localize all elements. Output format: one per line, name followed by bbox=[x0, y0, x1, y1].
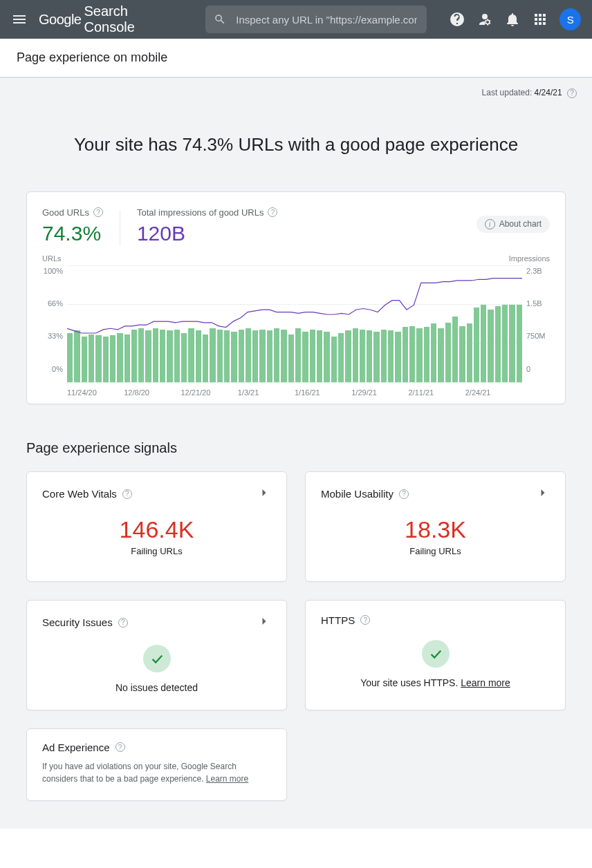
brand: Google Search Console bbox=[39, 3, 176, 35]
signal-ad-experience: Ad Experience? If you have ad violations… bbox=[26, 728, 287, 801]
help-icon[interactable]: ? bbox=[122, 489, 132, 499]
signal-mobile-usability[interactable]: Mobile Usability? 18.3K Failing URLs bbox=[305, 471, 566, 582]
chevron-right-icon bbox=[257, 614, 271, 631]
signal-core-web-vitals[interactable]: Core Web Vitals? 146.4K Failing URLs bbox=[26, 471, 287, 582]
info-icon: i bbox=[485, 219, 495, 229]
page-body: Last updated: 4/24/21 ? Your site has 74… bbox=[0, 77, 592, 829]
signal-security-issues[interactable]: Security Issues? No issues detected bbox=[26, 600, 287, 710]
chart-card: Good URLs? 74.3% Total impressions of go… bbox=[26, 191, 566, 404]
page-title: Page experience on mobile bbox=[17, 50, 167, 65]
signals-title: Page experience signals bbox=[26, 440, 566, 456]
help-icon[interactable]: ? bbox=[115, 742, 125, 752]
search-input[interactable] bbox=[234, 13, 418, 26]
y-axis-right: 2.3B1.5B750M0 bbox=[522, 265, 550, 383]
chevron-right-icon bbox=[536, 486, 550, 502]
last-updated: Last updated: 4/24/21 ? bbox=[0, 78, 592, 105]
help-icon[interactable]: ? bbox=[399, 489, 409, 499]
signal-https: HTTPS? Your site uses HTTPS. Learn more bbox=[305, 600, 566, 710]
hero-headline: Your site has 74.3% URLs with a good pag… bbox=[26, 105, 566, 191]
ad-experience-text: If you have ad violations on your site, … bbox=[42, 760, 271, 785]
security-status: No issues detected bbox=[115, 682, 198, 693]
help-icon[interactable] bbox=[449, 11, 465, 28]
brand-google: Google bbox=[39, 12, 82, 28]
apps-icon[interactable] bbox=[532, 11, 548, 28]
notifications-icon[interactable] bbox=[504, 11, 521, 28]
metric-good-urls: Good URLs? 74.3% bbox=[42, 207, 103, 245]
search-box[interactable] bbox=[205, 6, 427, 33]
help-icon[interactable]: ? bbox=[360, 615, 370, 625]
metric-impressions: Total impressions of good URLs? 120B bbox=[137, 207, 278, 245]
plot-area bbox=[67, 265, 522, 383]
help-icon[interactable]: ? bbox=[93, 207, 103, 217]
chevron-right-icon bbox=[257, 486, 271, 502]
check-icon bbox=[143, 645, 171, 672]
y-axis-left-title: URLs bbox=[42, 254, 62, 263]
about-chart-button[interactable]: i About chart bbox=[477, 216, 550, 233]
help-icon[interactable]: ? bbox=[118, 618, 128, 628]
help-icon[interactable]: ? bbox=[567, 88, 577, 98]
https-status: Your site uses HTTPS. Learn more bbox=[360, 677, 510, 688]
y-axis-right-title: Impressions bbox=[509, 254, 550, 263]
avatar[interactable]: S bbox=[559, 8, 581, 30]
page-title-bar: Page experience on mobile bbox=[0, 39, 592, 77]
mobile-value: 18.3K bbox=[405, 516, 466, 543]
menu-icon[interactable] bbox=[11, 11, 28, 28]
brand-product: Search Console bbox=[84, 3, 177, 35]
x-axis: 11/24/2012/8/2012/21/201/3/211/16/211/29… bbox=[67, 383, 522, 397]
topbar: Google Search Console S bbox=[0, 0, 592, 39]
ad-learn-more-link[interactable]: Learn more bbox=[206, 774, 248, 784]
cwv-value: 146.4K bbox=[120, 516, 194, 543]
check-icon bbox=[422, 640, 450, 668]
user-settings-icon[interactable] bbox=[477, 11, 493, 28]
help-icon[interactable]: ? bbox=[268, 207, 277, 217]
https-learn-more-link[interactable]: Learn more bbox=[461, 677, 510, 688]
chart: URLs Impressions 100%66%33%0% 2.3B1.5B75… bbox=[42, 265, 550, 397]
y-axis-left: 100%66%33%0% bbox=[42, 265, 67, 383]
